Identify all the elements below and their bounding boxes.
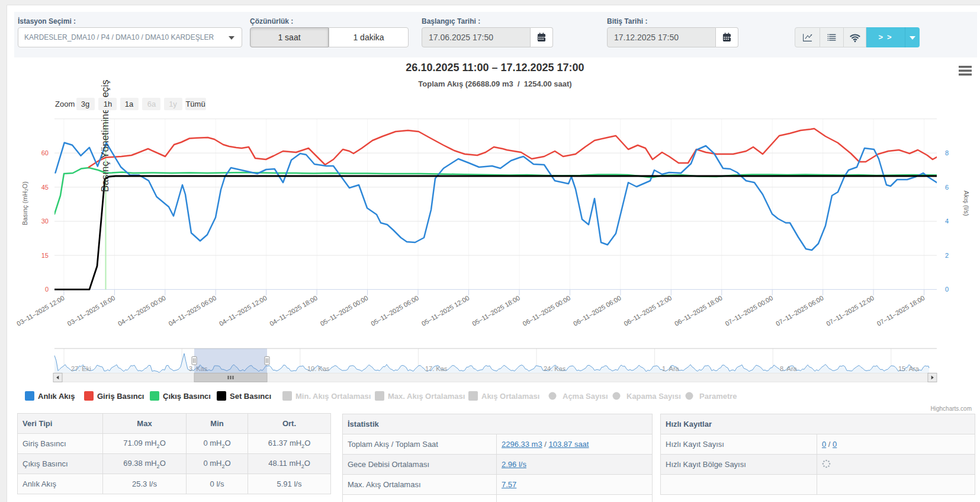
svg-text:Kapama Sayısı: Kapama Sayısı <box>626 392 681 401</box>
svg-text:Çıkış Basıncı: Çıkış Basıncı <box>163 392 211 401</box>
svg-text:06–11–2025 06:00: 06–11–2025 06:00 <box>572 294 622 327</box>
svg-text:Max. Akış Ortalaması: Max. Akış Ortalaması <box>388 392 465 401</box>
svg-text:05–11–2025 12:00: 05–11–2025 12:00 <box>420 294 471 327</box>
svg-text:6: 6 <box>945 184 949 191</box>
svg-text:Açma Sayısı: Açma Sayısı <box>563 392 608 401</box>
svg-text:Basınç (mH₂O): Basınç (mH₂O) <box>21 181 28 225</box>
svg-text:Giriş Basıncı: Giriş Basıncı <box>97 392 144 401</box>
svg-text:6a: 6a <box>147 100 156 108</box>
svg-text:15: 15 <box>41 252 49 259</box>
svg-text:Anlık Akış: Anlık Akış <box>38 392 75 401</box>
svg-text:Toplam Akış (26688.09 m3 / 1: Toplam Akış (26688.09 m3 / 1254.00 saat) <box>418 79 571 88</box>
svg-text:03–11–2025 18:00: 03–11–2025 18:00 <box>66 294 117 327</box>
svg-text:1y: 1y <box>169 100 177 108</box>
svg-text:Akış (l/s): Akış (l/s) <box>963 191 970 216</box>
svg-text:07–11–2025 18:00: 07–11–2025 18:00 <box>876 294 926 327</box>
svg-text:30: 30 <box>41 218 49 225</box>
svg-text:15. Ara: 15. Ara <box>898 365 920 372</box>
svg-text:04–11–2025 00:00: 04–11–2025 00:00 <box>117 294 167 327</box>
svg-text:04–11–2025 18:00: 04–11–2025 18:00 <box>268 294 319 327</box>
svg-text:Set Basıncı: Set Basıncı <box>230 392 271 401</box>
svg-text:1h: 1h <box>104 100 112 108</box>
svg-text:Basınç Yönetimine Geçiş: Basınç Yönetimine Geçiş <box>99 79 111 192</box>
svg-text:8. Ara: 8. Ara <box>780 365 798 372</box>
svg-text:Akış Ortalaması: Akış Ortalaması <box>481 392 539 401</box>
svg-text:4: 4 <box>945 218 949 225</box>
svg-text:07–11–2025 00:00: 07–11–2025 00:00 <box>724 294 774 327</box>
svg-text:04–11–2025 06:00: 04–11–2025 06:00 <box>167 294 217 327</box>
svg-text:Highcharts.com: Highcharts.com <box>931 405 972 412</box>
svg-text:Parametre: Parametre <box>699 392 737 401</box>
svg-text:Zoom: Zoom <box>55 100 75 108</box>
svg-text:1a: 1a <box>125 100 134 108</box>
svg-text:3g: 3g <box>81 100 89 108</box>
svg-text:05–11–2025 06:00: 05–11–2025 06:00 <box>369 294 420 327</box>
svg-text:06–11–2025 18:00: 06–11–2025 18:00 <box>673 294 724 327</box>
svg-text:06–11–2025 12:00: 06–11–2025 12:00 <box>623 294 673 327</box>
svg-text:0: 0 <box>45 286 49 293</box>
svg-text:17. Kas: 17. Kas <box>425 365 448 372</box>
svg-text:07–11–2025 12:00: 07–11–2025 12:00 <box>825 294 875 327</box>
svg-text:06–11–2025 00:00: 06–11–2025 00:00 <box>522 294 572 327</box>
svg-text:03–11–2025 12:00: 03–11–2025 12:00 <box>15 294 66 327</box>
svg-text:27. Eki: 27. Eki <box>71 365 91 372</box>
svg-text:8: 8 <box>945 149 949 156</box>
svg-text:0: 0 <box>945 286 949 293</box>
svg-text:05–11–2025 00:00: 05–11–2025 00:00 <box>319 294 369 327</box>
svg-text:07–11–2025 06:00: 07–11–2025 06:00 <box>775 294 825 327</box>
svg-text:1. Ara: 1. Ara <box>662 365 680 372</box>
svg-text:04–11–2025 12:00: 04–11–2025 12:00 <box>218 294 268 327</box>
svg-text:45: 45 <box>41 184 49 191</box>
svg-text:60: 60 <box>41 149 49 156</box>
svg-text:24. Kas: 24. Kas <box>544 365 566 372</box>
svg-text:26.10.2025 11:00 – 17.12.2025: 26.10.2025 11:00 – 17.12.2025 17:00 <box>406 62 584 73</box>
svg-text:2: 2 <box>945 252 949 259</box>
svg-text:Min. Akış Ortalaması: Min. Akış Ortalaması <box>295 392 371 401</box>
svg-text:Tümü: Tümü <box>185 100 205 108</box>
svg-text:05–11–2025 18:00: 05–11–2025 18:00 <box>471 294 521 327</box>
svg-text:10. Kas: 10. Kas <box>307 365 330 372</box>
